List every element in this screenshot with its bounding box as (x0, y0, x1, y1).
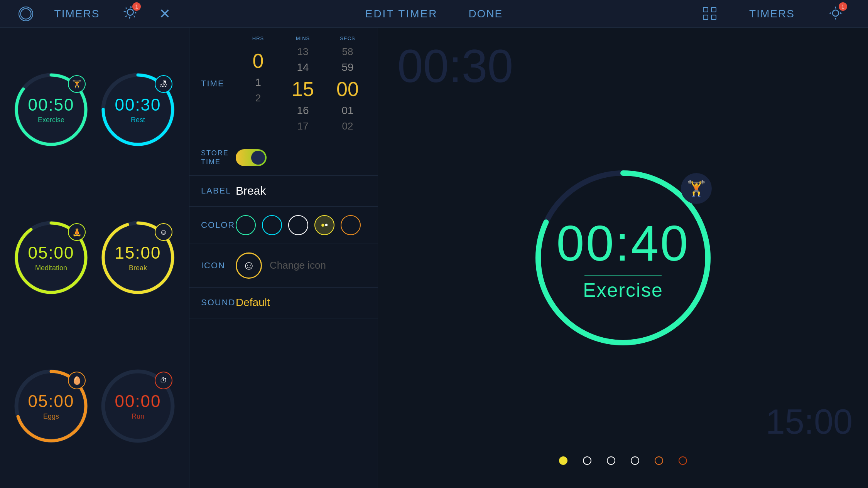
label-input[interactable] (236, 184, 366, 197)
timer-item-2[interactable]: 05:00 Meditation 🧘 (12, 220, 91, 295)
pagination-dot-2[interactable] (607, 456, 615, 465)
icon-row: ICON ☺ Change icon (189, 244, 378, 288)
icon-emoji: ☺ (243, 258, 255, 273)
toggle-knob (251, 151, 265, 165)
bg-ghost-2: 15:00 (766, 402, 853, 442)
timer-icon-badge-4: 🥚 (68, 372, 86, 389)
color-swatch-3[interactable]: • (314, 215, 334, 235)
color-swatch-4[interactable] (341, 215, 361, 235)
store-time-toggle[interactable] (236, 149, 267, 166)
store-time-val (236, 149, 366, 166)
time-label: TIME (201, 79, 236, 89)
label-val (236, 184, 366, 197)
icon-val: ☺ Change icon (236, 252, 366, 279)
hrs-val-1[interactable]: 1 (255, 76, 261, 89)
gear-badge-right: 1 (839, 2, 847, 11)
timers-button-right[interactable]: TIMERS (749, 8, 795, 20)
timer-item-1[interactable]: 00:30 Rest 🏖 (98, 72, 177, 147)
grid-icon[interactable] (703, 7, 717, 21)
timer-label-1: Rest (131, 116, 145, 124)
secs-below-0[interactable]: 01 (341, 104, 353, 117)
nav-right: TIMERS 1 (679, 5, 868, 23)
timer-icon-badge-5: ⏱ (155, 372, 172, 389)
timer-time-3: 15:00 (115, 243, 161, 263)
secs-above-1[interactable]: 59 (341, 61, 353, 74)
gear-icon-left[interactable]: 1 (121, 5, 138, 23)
mins-above-1[interactable]: 14 (297, 61, 309, 74)
time-picker: TIME HRS 0 1 2 MINS 13 14 1 (189, 28, 378, 140)
big-icon-emoji: 🏋 (687, 180, 706, 198)
big-timer-divider (584, 275, 662, 276)
change-icon-label[interactable]: Change icon (270, 259, 326, 271)
pagination-dot-0[interactable] (559, 456, 567, 465)
timers-button-left[interactable]: TIMERS (54, 8, 100, 20)
edit-timer-title: EDIT TIMER (365, 8, 438, 20)
timer-icon-2: 🧘 (72, 227, 82, 237)
color-swatches: • (236, 215, 366, 235)
timer-item-3[interactable]: 15:00 Break ☺ (98, 220, 177, 295)
done-button[interactable]: DONE (468, 8, 503, 20)
secs-selected[interactable]: 00 (336, 77, 359, 101)
main-layout: 00:50 Exercise 🏋 00:30 Rest 🏖 05:00 Medi… (0, 28, 868, 488)
icon-key: ICON (201, 261, 236, 271)
timer-item-4[interactable]: 05:00 Eggs 🥚 (12, 369, 91, 444)
timer-label-4: Eggs (43, 412, 59, 421)
timer-icon-badge-1: 🏖 (155, 75, 172, 93)
mins-below-0[interactable]: 16 (297, 104, 309, 117)
store-time-row: STORE TIME (189, 140, 378, 176)
timer-label-5: Run (132, 412, 144, 421)
middle-panel: TIME HRS 0 1 2 MINS 13 14 1 (189, 28, 378, 488)
store-time-key: STORE TIME (201, 149, 236, 167)
color-swatch-2[interactable] (288, 215, 308, 235)
timer-circle-0: 00:50 Exercise 🏋 (14, 72, 89, 147)
timer-icon-0: 🏋 (72, 79, 82, 89)
sound-key: SOUND (201, 298, 236, 308)
circle-icon[interactable] (19, 7, 33, 21)
hrs-val-2[interactable]: 2 (255, 92, 261, 104)
sound-value[interactable]: Default (236, 296, 270, 308)
gear-badge-left: 1 (132, 2, 141, 11)
pagination-dots (378, 456, 868, 465)
timer-item-0[interactable]: 00:50 Exercise 🏋 (12, 72, 91, 147)
pagination-dot-3[interactable] (631, 456, 639, 465)
icon-circle[interactable]: ☺ (236, 252, 262, 279)
label-key: LABEL (201, 186, 236, 196)
secs-above-0[interactable]: 58 (342, 46, 353, 58)
hrs-val-selected[interactable]: 0 (253, 49, 264, 73)
timer-icon-5: ⏱ (160, 376, 167, 385)
timer-circle-4: 05:00 Eggs 🥚 (14, 369, 89, 444)
nav-center: EDIT TIMER DONE (189, 8, 679, 20)
label-row: LABEL (189, 176, 378, 207)
hrs-header: HRS (252, 35, 264, 41)
pagination-dot-5[interactable] (679, 456, 687, 465)
pagination-dot-1[interactable] (583, 456, 591, 465)
color-key: COLOR (201, 220, 236, 230)
timer-circle-1: 00:30 Rest 🏖 (100, 72, 176, 147)
timer-circle-3: 15:00 Break ☺ (100, 220, 176, 295)
color-swatch-0[interactable] (236, 215, 256, 235)
big-icon-badge: 🏋 (681, 173, 712, 204)
secs-below-1[interactable]: 02 (342, 120, 353, 132)
big-timer-time: 00:40 (556, 214, 689, 272)
timer-label-0: Exercise (38, 116, 64, 124)
timer-icon-3: ☺ (160, 228, 167, 237)
secs-header: SECS (340, 35, 355, 41)
mins-header: MINS (296, 35, 310, 41)
svg-point-2 (833, 10, 839, 16)
svg-point-0 (20, 8, 31, 19)
timer-label-3: Break (129, 264, 147, 272)
pagination-dot-4[interactable] (655, 456, 663, 465)
timer-circle-5: 00:00 Run ⏱ (100, 369, 176, 444)
timer-time-2: 05:00 (28, 243, 74, 263)
timer-time-1: 00:30 (115, 95, 161, 114)
close-button[interactable]: ✕ (159, 6, 171, 22)
color-swatch-1[interactable] (262, 215, 282, 235)
mins-below-1[interactable]: 17 (297, 120, 309, 132)
gear-icon-right[interactable]: 1 (827, 5, 844, 23)
mins-above-0[interactable]: 13 (297, 46, 309, 58)
big-timer-circle: 00:40 Exercise 🏋 (530, 165, 716, 350)
timer-label-2: Meditation (35, 264, 67, 272)
timer-item-5[interactable]: 00:00 Run ⏱ (98, 369, 177, 444)
timer-time-4: 05:00 (28, 392, 74, 411)
mins-selected[interactable]: 15 (292, 77, 314, 101)
